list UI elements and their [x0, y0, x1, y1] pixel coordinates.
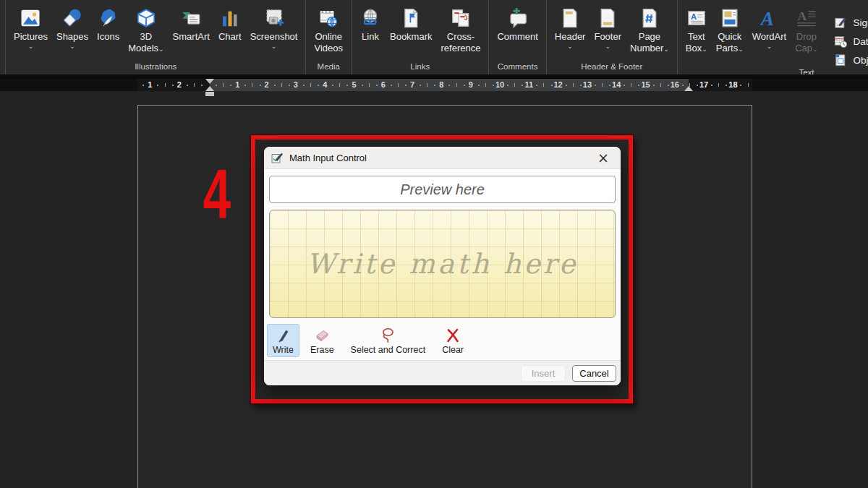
ribbon-button-label: Box ⌄ [686, 43, 707, 53]
ribbon-button-page-number[interactable]: PageNumber ⌄ [626, 7, 673, 54]
tool-label: Erase [310, 345, 334, 355]
ribbon-button-label: Header [555, 31, 586, 42]
ribbon-group-items: Comment [493, 0, 542, 62]
ruler-tick [281, 83, 282, 87]
smartart-icon [180, 7, 202, 29]
ribbon-button-smartart[interactable]: SmartArt [169, 7, 214, 43]
ribbon-button-label: Bookmark [390, 31, 433, 42]
ruler-dot [362, 85, 363, 86]
ruler-dot [624, 85, 625, 86]
ruler-number: 1 [235, 80, 239, 89]
ribbon-button-online-videos[interactable]: OnlineVideos [310, 7, 347, 54]
ribbon-menu-item-object[interactable]: Object⌄ [830, 53, 868, 68]
right-indent-marker[interactable] [684, 86, 693, 91]
ribbon-button-drop-cap: ADropCap ⌄ [791, 7, 822, 54]
hanging-indent-marker[interactable] [205, 86, 214, 91]
clear-icon [444, 327, 461, 344]
ruler-tick [514, 83, 515, 87]
ribbon-button-header[interactable]: Header⌄ [550, 7, 590, 50]
ruler-dot [216, 85, 217, 86]
ruler-dot [157, 85, 158, 86]
ruler-dot [201, 85, 203, 86]
ribbon-group-items: Header⌄Footer⌄PageNumber ⌄ [550, 0, 673, 62]
write-tool-button[interactable]: Write [267, 324, 299, 357]
ruler-dot [522, 85, 523, 86]
ruler-tick [252, 83, 252, 87]
page-number-icon [639, 7, 660, 29]
dialog-toolbar: WriteEraseSelect and CorrectClear [267, 324, 469, 359]
ruler-dot [536, 85, 537, 86]
ribbon-button-chart[interactable]: Chart [214, 7, 246, 43]
chevron-down-icon: ⌄ [767, 43, 773, 49]
ribbon-button-footer[interactable]: Footer⌄ [590, 7, 626, 50]
ruler-number: 11 [524, 80, 533, 89]
ribbon-button-comment[interactable]: Comment [493, 7, 542, 43]
ruler-dot [332, 85, 333, 86]
math-writing-canvas[interactable]: Write math here [269, 210, 616, 318]
ribbon-button-screenshot[interactable]: Screenshot⌄ [246, 7, 302, 50]
cancel-button[interactable]: Cancel [572, 365, 616, 382]
ribbon-button-shapes[interactable]: Shapes⌄ [52, 7, 93, 50]
dialog-title-bar[interactable]: Math Input Control × [264, 147, 621, 169]
canvas-placeholder: Write math here [307, 248, 579, 280]
ribbon-button-pictures[interactable]: Pictures⌄ [9, 7, 52, 50]
online-videos-icon [318, 7, 339, 29]
ribbon-group-items: OnlineVideos [310, 0, 347, 62]
horizontal-ruler[interactable]: 21123456789101112131415161718 [137, 79, 752, 91]
ruler-number: 18 [728, 80, 737, 89]
ribbon-button-bookmark[interactable]: Bookmark [386, 7, 437, 43]
clear-tool-button[interactable]: Clear [436, 324, 469, 357]
ruler-dot [318, 85, 319, 86]
ribbon-button-icons[interactable]: Icons [93, 7, 124, 43]
ribbon-button-label: Number ⌄ [630, 43, 669, 53]
first-line-indent-marker[interactable] [205, 79, 214, 84]
ribbon-button-label: reference [441, 43, 481, 53]
pictures-icon [20, 7, 41, 29]
text-box-icon: A [686, 7, 707, 29]
select-and-correct-icon [379, 327, 396, 344]
ribbon-menu-item-signature-line[interactable]: Signature Line⌄ [830, 15, 868, 30]
ruler-tick [369, 83, 370, 87]
chevron-down-icon: ⌄ [605, 43, 610, 49]
ribbon-button-label: 3D [140, 31, 153, 42]
close-icon[interactable]: × [593, 151, 613, 165]
ruler-dot [260, 85, 261, 86]
ribbon-button-wordart[interactable]: AWordArt⌄ [748, 7, 791, 50]
ruler-tick [339, 83, 340, 87]
ribbon-button-quick-parts[interactable]: QuickParts ⌄ [712, 7, 748, 54]
bookmark-icon [400, 7, 422, 29]
insert-button[interactable]: Insert [521, 365, 566, 382]
ribbon-button-cross-reference[interactable]: Cross-reference [437, 7, 485, 54]
erase-tool-button[interactable]: Erase [305, 324, 340, 357]
ribbon-button-label: Cap ⌄ [795, 43, 817, 53]
ruler-dot [551, 85, 553, 86]
left-indent-marker[interactable] [205, 92, 214, 96]
ruler-tick [631, 83, 631, 87]
chevron-down-icon: ⌄ [271, 43, 277, 49]
ruler-dot [726, 85, 727, 86]
ribbon-group-text: ATextBox ⌄QuickParts ⌄AWordArt⌄ADropCap … [678, 0, 868, 74]
ribbon-button-label: Videos [314, 43, 343, 53]
ribbon-button-text-box[interactable]: ATextBox ⌄ [681, 7, 712, 54]
ribbon-menu-item-date-time[interactable]: Date & Time [830, 34, 868, 49]
object-icon [834, 53, 848, 67]
ribbon-button-3d-models[interactable]: 3DModels ⌄ [124, 7, 168, 54]
ruler-dot [420, 85, 421, 86]
ruler-dot [566, 85, 567, 86]
math-input-control-icon [271, 152, 284, 164]
ribbon-button-label: WordArt [752, 31, 786, 42]
preview-placeholder: Preview here [400, 181, 485, 198]
drop-cap-icon: A [796, 7, 817, 29]
ruler-dot [507, 85, 509, 86]
ruler-dot [448, 85, 450, 86]
ribbon-button-link[interactable]: Link [355, 7, 386, 43]
ruler-number: 15 [641, 80, 650, 89]
ruler-dot [346, 85, 348, 86]
select-and-correct-tool-button[interactable]: Select and Correct [345, 324, 432, 357]
tool-label: Clear [442, 345, 464, 355]
ruler-dot [740, 85, 741, 86]
ruler-dot [303, 85, 305, 86]
ruler-tick [194, 83, 195, 87]
ribbon-button-label: Page [639, 31, 660, 42]
ruler-number: 7 [410, 80, 414, 89]
